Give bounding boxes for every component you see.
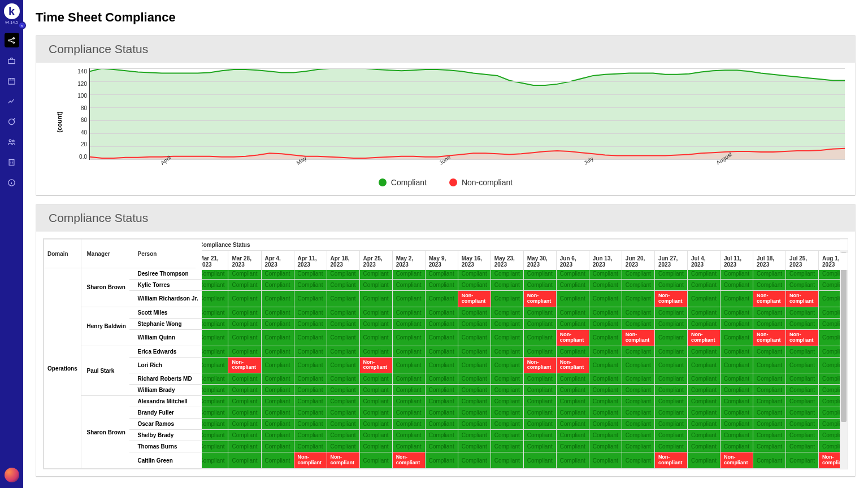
cell-noncompliant[interactable]: Non-compliant bbox=[523, 357, 556, 373]
cell-compliant[interactable]: Compliant bbox=[556, 318, 589, 329]
cell-compliant[interactable]: Compliant bbox=[359, 452, 392, 469]
cell-compliant[interactable]: Compliant bbox=[425, 346, 458, 357]
cell-compliant[interactable]: Compliant bbox=[425, 430, 458, 441]
nav-info[interactable] bbox=[5, 175, 19, 190]
cell-noncompliant[interactable]: Non-compliant bbox=[786, 329, 819, 346]
cell-compliant[interactable]: Compliant bbox=[425, 452, 458, 469]
cell-compliant[interactable]: Compliant bbox=[294, 419, 327, 430]
cell-compliant[interactable]: Compliant bbox=[425, 441, 458, 452]
cell-compliant[interactable]: Compliant bbox=[228, 452, 261, 469]
col-header-date[interactable]: Jul 25,2023 bbox=[786, 252, 819, 270]
cell-compliant[interactable]: Compliant bbox=[654, 318, 687, 329]
cell-compliant[interactable]: Compliant bbox=[523, 318, 556, 329]
cell-compliant[interactable]: Compliant bbox=[786, 385, 819, 396]
cell-compliant[interactable]: Compliant bbox=[654, 385, 687, 396]
cell-compliant[interactable]: Compliant bbox=[425, 318, 458, 329]
cell-compliant[interactable]: Compliant bbox=[359, 291, 392, 307]
cell-compliant[interactable]: Compliant bbox=[261, 329, 294, 346]
cell-compliant[interactable]: Compliant bbox=[753, 373, 785, 385]
cell-compliant[interactable]: Compliant bbox=[261, 441, 294, 452]
cell-compliant[interactable]: Compliant bbox=[556, 452, 589, 469]
col-header-date[interactable]: Jul 11,2023 bbox=[720, 252, 753, 270]
cell-compliant[interactable]: Compliant bbox=[556, 291, 589, 307]
cell-compliant[interactable]: Compliant bbox=[458, 346, 491, 357]
cell-compliant[interactable]: Compliant bbox=[589, 385, 622, 396]
cell-compliant[interactable]: Compliant bbox=[458, 396, 491, 407]
cell-compliant[interactable]: Compliant bbox=[491, 291, 523, 307]
cell-compliant[interactable]: Compliant bbox=[458, 385, 491, 396]
cell-compliant[interactable]: Compliant bbox=[687, 441, 720, 452]
cell-compliant[interactable]: Compliant bbox=[359, 318, 392, 329]
cell-compliant[interactable]: Compliant bbox=[523, 329, 556, 346]
cell-compliant[interactable]: Compliant bbox=[622, 291, 654, 307]
cell-compliant[interactable]: Compliant bbox=[491, 396, 523, 407]
cell-compliant[interactable]: Compliant bbox=[294, 307, 327, 318]
cell-compliant[interactable]: Compliant bbox=[327, 357, 359, 373]
cell-compliant[interactable]: Compliant bbox=[425, 329, 458, 346]
cell-compliant[interactable]: Compliant bbox=[654, 307, 687, 318]
cell-compliant[interactable]: Compliant bbox=[294, 396, 327, 407]
col-header-date[interactable]: May 9,2023 bbox=[425, 252, 458, 270]
cell-compliant[interactable]: Compliant bbox=[589, 307, 622, 318]
cell-compliant[interactable]: Compliant bbox=[294, 318, 327, 329]
cell-compliant[interactable]: Compliant bbox=[753, 396, 785, 407]
cell-compliant[interactable]: Compliant bbox=[589, 430, 622, 441]
cell-compliant[interactable]: Compliant bbox=[687, 373, 720, 385]
cell-compliant[interactable]: Compliant bbox=[523, 346, 556, 357]
cell-compliant[interactable]: Compliant bbox=[228, 291, 261, 307]
cell-compliant[interactable]: Compliant bbox=[786, 280, 819, 291]
cell-noncompliant[interactable]: Non-compliant bbox=[556, 357, 589, 373]
cell-compliant[interactable]: Compliant bbox=[392, 280, 425, 291]
legend-compliant[interactable]: Compliant bbox=[379, 178, 427, 187]
cell-compliant[interactable]: Compliant bbox=[491, 280, 523, 291]
cell-compliant[interactable]: Compliant bbox=[458, 452, 491, 469]
cell-compliant[interactable]: Compliant bbox=[327, 329, 359, 346]
cell-noncompliant[interactable]: Non-compliant bbox=[523, 291, 556, 307]
col-header-date[interactable]: Mar 28,2023 bbox=[228, 252, 261, 270]
cell-compliant[interactable]: Compliant bbox=[392, 346, 425, 357]
cell-compliant[interactable]: Compliant bbox=[392, 307, 425, 318]
cell-compliant[interactable]: Compliant bbox=[687, 307, 720, 318]
cell-compliant[interactable]: Compliant bbox=[589, 373, 622, 385]
cell-compliant[interactable]: Compliant bbox=[261, 318, 294, 329]
cell-compliant[interactable]: Compliant bbox=[687, 346, 720, 357]
cell-compliant[interactable]: Compliant bbox=[786, 396, 819, 407]
cell-compliant[interactable]: Compliant bbox=[720, 307, 753, 318]
cell-compliant[interactable]: Compliant bbox=[359, 373, 392, 385]
cell-compliant[interactable]: Compliant bbox=[491, 318, 523, 329]
cell-compliant[interactable]: Compliant bbox=[359, 385, 392, 396]
legend-noncompliant[interactable]: Non-compliant bbox=[449, 178, 513, 187]
cell-compliant[interactable]: Compliant bbox=[523, 396, 556, 407]
cell-compliant[interactable]: Compliant bbox=[786, 452, 819, 469]
cell-compliant[interactable]: Compliant bbox=[491, 357, 523, 373]
table-scrollbar[interactable] bbox=[840, 239, 848, 469]
cell-compliant[interactable]: Compliant bbox=[556, 307, 589, 318]
cell-compliant[interactable]: Compliant bbox=[491, 419, 523, 430]
col-header-domain[interactable]: Domain bbox=[44, 239, 81, 268]
cell-compliant[interactable]: Compliant bbox=[261, 385, 294, 396]
cell-compliant[interactable]: Compliant bbox=[261, 307, 294, 318]
cell-compliant[interactable]: Compliant bbox=[228, 346, 261, 357]
cell-compliant[interactable]: Compliant bbox=[622, 430, 654, 441]
cell-compliant[interactable]: Compliant bbox=[392, 291, 425, 307]
cell-compliant[interactable]: Compliant bbox=[556, 396, 589, 407]
user-avatar[interactable] bbox=[5, 468, 19, 482]
cell-compliant[interactable]: Compliant bbox=[687, 385, 720, 396]
cell-compliant[interactable]: Compliant bbox=[392, 357, 425, 373]
nav-building[interactable] bbox=[5, 155, 19, 169]
cell-compliant[interactable]: Compliant bbox=[458, 441, 491, 452]
cell-compliant[interactable]: Compliant bbox=[327, 346, 359, 357]
cell-compliant[interactable]: Compliant bbox=[359, 346, 392, 357]
cell-compliant[interactable]: Compliant bbox=[622, 452, 654, 469]
cell-compliant[interactable]: Compliant bbox=[589, 452, 622, 469]
cell-compliant[interactable]: Compliant bbox=[589, 329, 622, 346]
compliance-chart[interactable]: (count) 140120100806040200.0 AprilMayJun… bbox=[59, 68, 845, 176]
cell-compliant[interactable]: Compliant bbox=[786, 441, 819, 452]
cell-compliant[interactable]: Compliant bbox=[753, 357, 785, 373]
cell-compliant[interactable]: Compliant bbox=[622, 419, 654, 430]
cell-compliant[interactable]: Compliant bbox=[786, 357, 819, 373]
cell-compliant[interactable]: Compliant bbox=[294, 291, 327, 307]
cell-compliant[interactable]: Compliant bbox=[359, 280, 392, 291]
cell-compliant[interactable]: Compliant bbox=[687, 396, 720, 407]
cell-noncompliant[interactable]: Non-compliant bbox=[294, 452, 327, 469]
